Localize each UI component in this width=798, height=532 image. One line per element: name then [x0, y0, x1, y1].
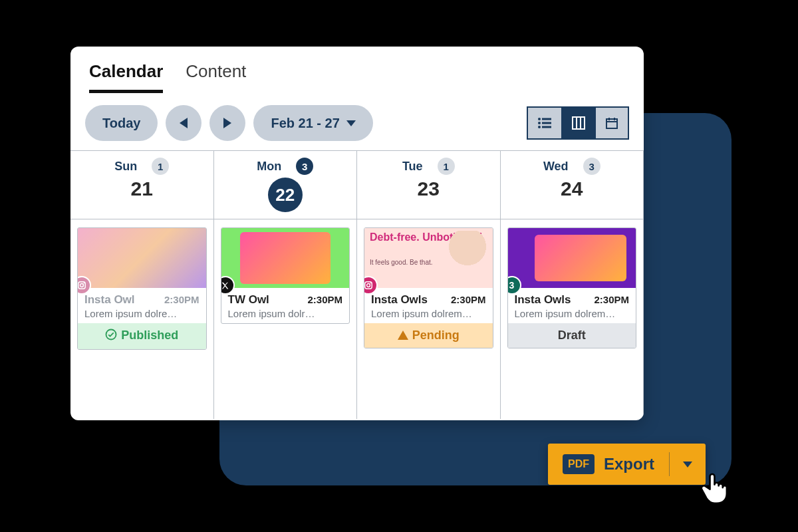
pdf-chip: PDF [563, 454, 595, 474]
svg-rect-9 [606, 119, 617, 128]
day-number: 23 [365, 178, 492, 200]
tabs: Calendar Content [70, 47, 644, 93]
export-label: Export [604, 455, 654, 473]
status-label: Published [121, 329, 178, 342]
day-column: Debt-free. Unbothered. It feels good. Be… [357, 219, 501, 419]
day-of-week: Sun [114, 160, 137, 174]
calendar-icon [605, 116, 618, 130]
day-header-mon[interactable]: Mon 3 22 [214, 151, 358, 219]
export-button[interactable]: PDF Export [548, 444, 706, 485]
account-name: Insta Owls [371, 293, 428, 307]
post-time: 2:30PM [307, 294, 342, 305]
post-time: 2:30PM [451, 294, 486, 305]
view-switch [527, 106, 629, 140]
day-column: 3 Insta Owls 2:30PM Lorem ipsum dolrem… … [501, 219, 644, 419]
post-card[interactable]: 3 Insta Owls 2:30PM Lorem ipsum dolrem… … [507, 227, 637, 348]
post-card[interactable]: Debt-free. Unbothered. It feels good. Be… [364, 227, 493, 348]
svg-rect-3 [542, 122, 551, 124]
post-thumbnail [78, 228, 206, 288]
svg-rect-5 [542, 126, 551, 128]
post-meta: TW Owl 2:30PM Lorem ipsum dolr… [221, 288, 350, 323]
day-column: Insta Owl 2:30PM Lorem ipsum dolre… Publ… [70, 219, 214, 419]
date-range-picker[interactable]: Feb 21 - 27 [253, 105, 372, 141]
day-of-week: Wed [543, 160, 569, 174]
svg-point-19 [370, 283, 371, 283]
view-month-button[interactable] [595, 108, 628, 138]
svg-point-0 [538, 118, 541, 120]
date-range-label: Feb 21 - 27 [271, 116, 339, 131]
chevron-down-icon [346, 120, 356, 126]
post-count-badge: 1 [438, 158, 455, 175]
post-snippet: Lorem ipsum dolre… [84, 308, 200, 319]
view-list-button[interactable] [528, 108, 561, 138]
svg-rect-6 [573, 117, 585, 129]
post-thumbnail: Debt-free. Unbothered. It feels good. Be… [364, 228, 493, 288]
today-button[interactable]: Today [85, 105, 158, 141]
warning-icon [398, 331, 408, 340]
post-count-badge: 3 [583, 158, 600, 175]
post-snippet: Lorem ipsum dolr… [228, 308, 343, 319]
pointer-cursor-icon [698, 469, 735, 507]
list-icon [537, 117, 552, 129]
post-snippet: Lorem ipsum dolrem… [515, 308, 630, 319]
tab-calendar[interactable]: Calendar [89, 61, 163, 93]
chevron-right-icon [223, 118, 231, 128]
status-label: Draft [558, 329, 586, 342]
next-button[interactable] [209, 105, 245, 141]
post-meta: Insta Owls 2:30PM Lorem ipsum dolrem… [508, 288, 636, 323]
thumb-subtext: It feels good. Be that. [370, 259, 433, 266]
check-circle-icon [105, 329, 117, 344]
post-meta: Insta Owls 2:30PM Lorem ipsum dolrem… [364, 288, 493, 323]
day-header-tue[interactable]: Tue 1 23 [357, 151, 501, 219]
tab-content[interactable]: Content [186, 61, 246, 93]
post-thumbnail: 3 [508, 228, 636, 288]
calendar-panel: Calendar Content Today Feb 21 - 27 [70, 47, 644, 420]
day-number: 21 [78, 178, 205, 200]
svg-rect-1 [542, 118, 551, 120]
post-count-badge: 1 [152, 158, 169, 175]
day-header-sun[interactable]: Sun 1 21 [70, 151, 214, 219]
prev-button[interactable] [166, 105, 201, 141]
status-badge: Pending [364, 323, 493, 348]
account-name: TW Owl [228, 293, 269, 307]
day-number: 22 [268, 178, 303, 212]
day-headers: Sun 1 21 Mon 3 22 Tue 1 23 Wed 3 24 [70, 150, 644, 219]
svg-point-2 [538, 122, 541, 124]
day-header-wed[interactable]: Wed 3 24 [501, 151, 644, 219]
post-card[interactable]: TW Owl 2:30PM Lorem ipsum dolr… [221, 227, 350, 324]
post-time: 2:30PM [164, 294, 200, 305]
day-of-week: Tue [402, 160, 423, 174]
post-card[interactable]: Insta Owl 2:30PM Lorem ipsum dolre… Publ… [77, 227, 207, 350]
toolbar: Today Feb 21 - 27 [70, 93, 644, 150]
export-main[interactable]: PDF Export [548, 454, 669, 474]
day-of-week: Mon [257, 160, 281, 174]
post-snippet: Lorem ipsum dolrem… [371, 308, 486, 319]
account-name: Insta Owl [84, 293, 135, 307]
status-badge: Published [78, 323, 206, 349]
post-time: 2:30PM [594, 294, 629, 305]
svg-point-4 [538, 126, 541, 128]
cards-row: Insta Owl 2:30PM Lorem ipsum dolre… Publ… [70, 219, 644, 419]
post-count-badge: 3 [296, 158, 313, 175]
svg-point-18 [367, 284, 370, 287]
day-number: 24 [509, 178, 636, 200]
post-meta: Insta Owl 2:30PM Lorem ipsum dolre… [78, 288, 206, 323]
status-label: Pending [412, 329, 460, 342]
status-badge: Draft [508, 323, 636, 348]
view-column-button[interactable] [561, 108, 595, 138]
chevron-left-icon [180, 118, 188, 128]
export-dropdown-toggle[interactable] [670, 458, 706, 470]
chevron-down-icon [683, 462, 692, 467]
columns-icon [572, 116, 585, 130]
svg-point-14 [80, 284, 84, 287]
svg-point-15 [84, 283, 84, 283]
account-name: Insta Owls [515, 293, 571, 307]
day-column: TW Owl 2:30PM Lorem ipsum dolr… [214, 219, 358, 419]
post-thumbnail [221, 228, 350, 288]
